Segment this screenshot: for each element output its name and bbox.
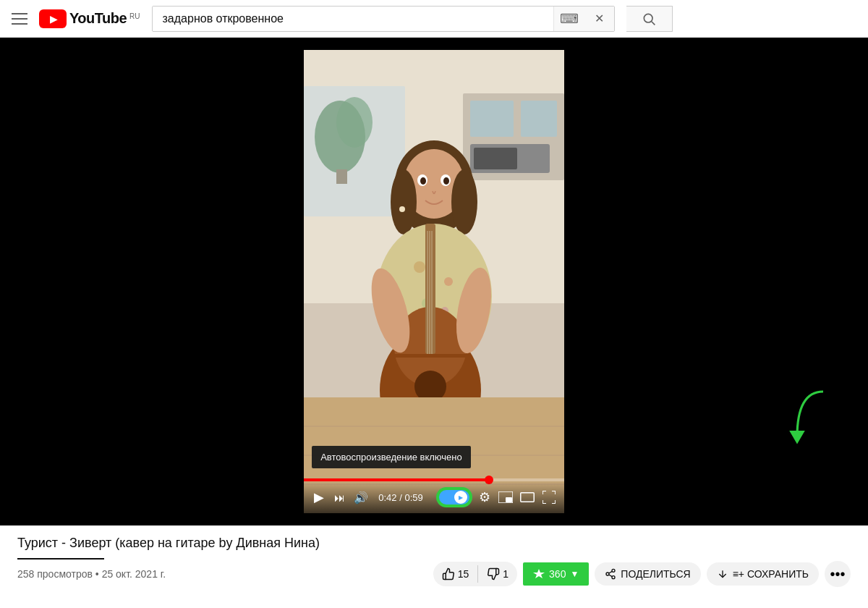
quality-chevron: ▼ [570, 569, 579, 579]
video-info: Турист - Зиверт (кавер на гитаре by Дивн… [0, 525, 868, 596]
dislike-count: 1 [503, 568, 509, 580]
search-bar: ⌨ ✕ [152, 6, 615, 32]
hamburger-menu-icon[interactable] [12, 13, 27, 25]
svg-line-48 [609, 575, 613, 577]
share-button[interactable]: ПОДЕЛИТЬСЯ [595, 562, 700, 586]
svg-rect-42 [506, 497, 512, 502]
theater-button[interactable] [520, 489, 535, 506]
share-label: ПОДЕЛИТЬСЯ [621, 568, 690, 580]
controls-bar: ▶ ⏭ 🔊 0:42 / 0:59 Автовоспроизведение вк… [304, 481, 564, 513]
svg-point-0 [644, 14, 652, 22]
search-clear-icon[interactable]: ✕ [585, 7, 614, 31]
svg-line-49 [609, 572, 613, 574]
arrow-annotation [781, 385, 839, 453]
save-button[interactable]: ≡+ СОХРАНИТЬ [707, 562, 819, 586]
svg-point-46 [606, 573, 609, 575]
time-display: 0:42 / 0:59 [378, 492, 422, 503]
svg-point-47 [612, 576, 615, 579]
header: YouTube RU ⌨ ✕ [0, 0, 868, 38]
youtube-logo-icon [39, 9, 67, 28]
actions-right: 15 1 360 ▼ [433, 561, 851, 587]
dislike-button[interactable]: 1 [478, 562, 517, 586]
more-button[interactable]: ••• [825, 561, 851, 587]
search-input[interactable] [153, 7, 553, 31]
video-meta-row: 258 просмотров • 25 окт. 2021 г. 15 [17, 561, 851, 587]
video-title: Турист - Зиверт (кавер на гитаре by Дивн… [17, 534, 851, 552]
logo[interactable]: YouTube RU [39, 9, 140, 28]
video-frame: ▶ ⏭ 🔊 0:42 / 0:59 Автовоспроизведение вк… [304, 50, 564, 513]
like-dislike-group: 15 1 [433, 562, 517, 586]
video-overlay: ▶ ⏭ 🔊 0:42 / 0:59 Автовоспроизведение вк… [304, 50, 564, 513]
logo-locale: RU [129, 12, 140, 20]
svg-rect-43 [521, 493, 535, 502]
autoplay-tooltip: Автовоспроизведение включено [312, 446, 471, 468]
autoplay-container: Автовоспроизведение включено [438, 489, 471, 506]
save-label: ≡+ СОХРАНИТЬ [733, 568, 809, 580]
play-button[interactable]: ▶ [312, 489, 326, 506]
volume-button[interactable]: 🔊 [354, 489, 368, 506]
autoplay-toggle[interactable] [438, 489, 471, 506]
keyboard-icon[interactable]: ⌨ [553, 7, 585, 31]
like-button[interactable]: 15 [433, 562, 478, 586]
title-underline [17, 558, 104, 560]
logo-text: YouTube [69, 10, 127, 27]
autoplay-knob [454, 491, 467, 504]
like-count: 15 [458, 568, 469, 580]
settings-button[interactable]: ⚙ [478, 489, 492, 506]
video-player[interactable]: ▶ ⏭ 🔊 0:42 / 0:59 Автовоспроизведение вк… [0, 38, 868, 525]
next-button[interactable]: ⏭ [333, 489, 347, 506]
svg-point-45 [612, 570, 615, 573]
svg-line-1 [652, 21, 655, 25]
video-views: 258 просмотров • 25 окт. 2021 г. [17, 568, 166, 580]
header-left: YouTube RU [12, 9, 140, 28]
quality-button[interactable]: 360 ▼ [523, 562, 589, 586]
fullscreen-button[interactable] [542, 489, 556, 506]
miniplayer-button[interactable] [498, 489, 513, 506]
quality-label: 360 [549, 568, 566, 580]
search-button[interactable] [626, 6, 673, 32]
